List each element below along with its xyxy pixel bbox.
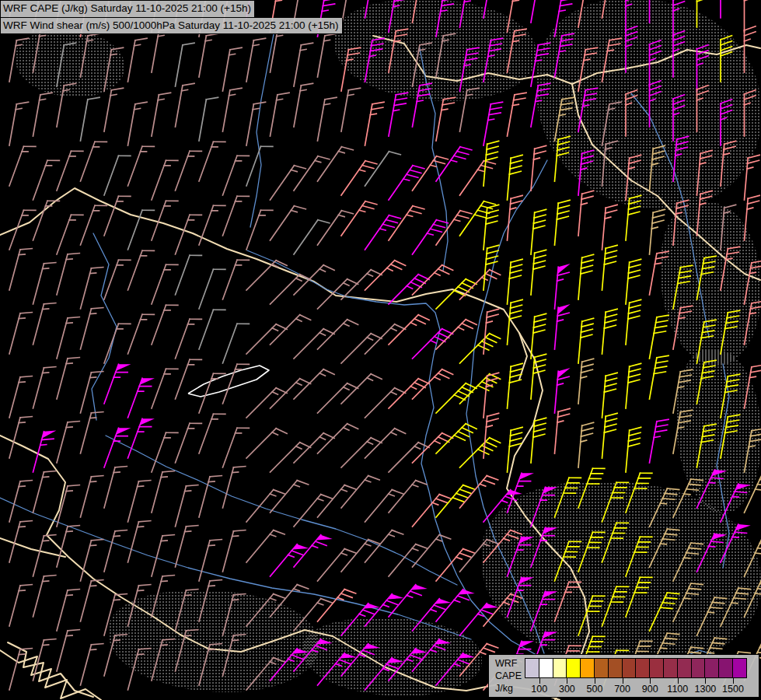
- wind-barb: [81, 201, 107, 249]
- wind-barb: [697, 422, 717, 470]
- wind-barb: [483, 204, 499, 250]
- wind-barb: [531, 0, 550, 25]
- wind-barb: [673, 95, 685, 141]
- wind-barb: [33, 197, 60, 244]
- wind-barb: [745, 194, 760, 241]
- wind-barb: [365, 149, 401, 193]
- wind-barb: [128, 374, 155, 422]
- wind-barb: [223, 464, 246, 511]
- wind-barb: [128, 142, 155, 190]
- legend-label-wrf: WRF: [495, 657, 522, 670]
- wind-barb: [389, 163, 424, 207]
- wind-barb: [602, 140, 618, 187]
- wind-barb: [9, 582, 32, 629]
- wind-barb: [413, 153, 449, 198]
- wind-barb: [508, 258, 523, 305]
- wind-barb: [341, 46, 361, 93]
- wind-barb: [602, 244, 618, 291]
- wind-barb: [745, 575, 761, 621]
- wind-barb: [413, 595, 452, 638]
- wind-barb: [152, 365, 178, 412]
- wind-barb: [531, 145, 546, 191]
- wind-barb: [602, 37, 622, 84]
- wind-barb: [365, 0, 385, 20]
- wind-barb: [578, 149, 594, 196]
- wind-barb: [413, 430, 453, 471]
- wind-barb: [650, 354, 669, 401]
- wind-barb: [294, 153, 330, 198]
- wind-barb: [294, 326, 334, 366]
- wind-barb: [152, 636, 174, 684]
- wind-barb: [650, 485, 679, 531]
- wind-barb: [436, 32, 456, 79]
- wind-barb: [176, 147, 202, 194]
- wind-barb: [460, 600, 499, 642]
- wind-barb: [508, 154, 523, 201]
- wind-barb: [294, 366, 334, 407]
- wind-barb: [33, 91, 53, 138]
- wind-barb: [128, 100, 148, 148]
- wind-barb: [460, 267, 501, 307]
- wind-barb: [246, 655, 285, 698]
- wind-barb: [318, 208, 354, 252]
- wind-barb: [697, 190, 713, 236]
- wind-barb: [104, 360, 131, 408]
- legend-tick: [733, 678, 734, 684]
- wind-barb: [745, 26, 756, 72]
- wind-barb: [33, 260, 56, 307]
- wind-barb: [104, 86, 124, 134]
- wind-barb: [460, 435, 501, 475]
- wind-barb: [697, 466, 728, 513]
- wind-barb: [176, 251, 202, 299]
- wind-barb: [365, 654, 404, 697]
- wind-barb: [223, 591, 246, 639]
- legend-tick: [567, 678, 567, 684]
- legend-swatch: [663, 658, 678, 678]
- wind-barb: [341, 86, 361, 134]
- wind-barb: [271, 541, 309, 583]
- wind-barb: [318, 546, 356, 589]
- wind-barb: [697, 254, 717, 302]
- wind-barb: [508, 362, 523, 409]
- wind-barb: [626, 258, 641, 305]
- wind-barb: [271, 376, 311, 416]
- wind-barb: [57, 41, 76, 89]
- wind-barb: [128, 206, 155, 254]
- wind-barb: [152, 429, 178, 476]
- wind-barb: [246, 487, 285, 530]
- wind-barb: [271, 163, 306, 207]
- wind-barb: [531, 208, 546, 255]
- wind-barb: [365, 321, 406, 362]
- wind-barb: [271, 91, 290, 138]
- wind-barb: [555, 474, 581, 521]
- wind-barb: [436, 482, 474, 525]
- wind-barb: [341, 331, 382, 371]
- wind-barb: [745, 427, 761, 474]
- wind-barb: [389, 312, 429, 352]
- wind-barb: [128, 646, 151, 693]
- wind-barb: [483, 527, 522, 570]
- wind-barb: [81, 32, 100, 79]
- wind-barb: [128, 310, 155, 358]
- wind-barb: [413, 492, 451, 534]
- wind-barb: [152, 301, 178, 348]
- wind-barb: [460, 86, 480, 134]
- legend-swatch: [691, 658, 706, 678]
- wind-barb: [199, 410, 225, 457]
- wind-barb: [531, 82, 550, 129]
- wind-barb: [697, 0, 709, 27]
- wind-barb: [223, 632, 246, 679]
- wind-barb: [294, 217, 330, 261]
- wind-barb: [721, 0, 732, 18]
- wind-barb: [33, 156, 60, 204]
- wind-barb: [721, 373, 740, 420]
- legend-swatch: [704, 658, 719, 678]
- wind-barb: [318, 586, 356, 629]
- wind-barb: [721, 309, 740, 356]
- wind-barb: [555, 0, 574, 39]
- legend-label-cape: CAPE: [495, 670, 522, 682]
- wind-barb: [602, 412, 618, 459]
- wind-barb: [318, 482, 356, 525]
- wind-barb: [436, 317, 476, 357]
- wind-barb: [57, 314, 79, 362]
